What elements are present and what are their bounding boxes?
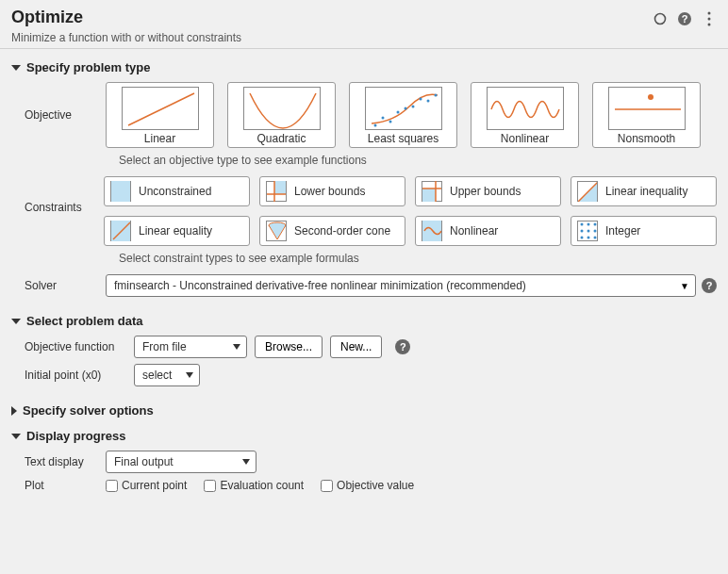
label-objective-function: Objective function xyxy=(11,340,134,353)
svg-point-44 xyxy=(587,237,590,239)
svg-point-4 xyxy=(708,18,711,21)
svg-point-17 xyxy=(426,100,429,103)
upper-bounds-icon xyxy=(422,181,442,202)
constraint-unconstrained[interactable]: Unconstrained xyxy=(104,176,250,206)
svg-point-14 xyxy=(404,107,406,110)
label-plot: Plot xyxy=(11,479,106,492)
constraints-hint: Select constraint types to see example f… xyxy=(11,252,717,265)
objective-least-squares[interactable]: Least squares xyxy=(349,82,457,148)
section-display-progress[interactable]: Display progress xyxy=(11,423,717,449)
objective-help-icon[interactable]: ? xyxy=(395,339,410,354)
checkbox-current-point[interactable]: Current point xyxy=(106,479,187,492)
svg-point-0 xyxy=(655,14,666,25)
label-initial-point: Initial point (x0) xyxy=(11,369,134,382)
chevron-right-icon xyxy=(11,406,17,416)
lower-bounds-icon xyxy=(266,181,287,202)
svg-point-13 xyxy=(396,111,399,114)
objective-nonlinear[interactable]: Nonlinear xyxy=(471,82,579,148)
nonlinear-constraint-icon xyxy=(422,221,442,241)
page-title: Optimize xyxy=(11,8,653,27)
objective-linear[interactable]: Linear xyxy=(106,82,214,148)
svg-point-15 xyxy=(411,106,414,108)
chevron-down-icon xyxy=(11,319,21,324)
svg-text:?: ? xyxy=(682,13,688,25)
constraint-linear-equality[interactable]: Linear equality xyxy=(104,216,250,246)
initial-point-dropdown[interactable]: select xyxy=(134,364,200,386)
svg-point-42 xyxy=(594,230,597,233)
linear-equality-icon xyxy=(110,221,131,241)
browse-button[interactable]: Browse... xyxy=(255,336,323,358)
chevron-down-icon xyxy=(11,65,21,71)
constraint-integer[interactable]: Integer xyxy=(571,216,717,246)
checkbox-objective-value[interactable]: Objective value xyxy=(321,479,414,492)
svg-point-43 xyxy=(581,237,584,239)
svg-point-16 xyxy=(419,98,422,101)
constraint-upper-bounds[interactable]: Upper bounds xyxy=(415,176,561,206)
label-text-display: Text display xyxy=(11,455,106,468)
svg-point-45 xyxy=(594,237,597,239)
objective-source-dropdown[interactable]: From file xyxy=(134,336,247,358)
integer-icon xyxy=(577,221,598,241)
text-display-dropdown[interactable]: Final output xyxy=(106,451,256,473)
unconstrained-icon xyxy=(110,181,131,202)
label-objective: Objective xyxy=(11,108,106,122)
svg-point-18 xyxy=(434,94,437,97)
svg-point-5 xyxy=(708,24,711,26)
section-specify-problem-type[interactable]: Specify problem type xyxy=(11,55,717,80)
constraint-second-order-cone[interactable]: Second-order cone xyxy=(259,216,405,246)
svg-point-37 xyxy=(581,223,584,226)
constraint-lower-bounds[interactable]: Lower bounds xyxy=(259,176,405,206)
section-specify-solver-options[interactable]: Specify solver options xyxy=(11,398,717,423)
solver-help-icon[interactable]: ? xyxy=(702,278,717,293)
checkbox-current-point-input[interactable] xyxy=(106,480,118,492)
checkbox-evaluation-count-input[interactable] xyxy=(204,480,216,492)
svg-rect-28 xyxy=(422,189,436,202)
svg-rect-25 xyxy=(274,181,286,194)
svg-rect-8 xyxy=(244,88,321,130)
kebab-menu-icon[interactable] xyxy=(702,11,717,26)
svg-point-40 xyxy=(581,230,584,233)
chevron-down-icon xyxy=(11,434,21,439)
section-select-problem-data[interactable]: Select problem data xyxy=(11,308,717,334)
objective-nonsmooth[interactable]: Nonsmooth xyxy=(592,82,701,148)
status-circle-icon[interactable] xyxy=(653,11,668,26)
objective-hint: Select an objective type to see example … xyxy=(11,154,717,167)
label-constraints: Constraints xyxy=(11,176,104,214)
checkbox-objective-value-input[interactable] xyxy=(321,480,333,492)
linear-inequality-icon xyxy=(577,181,598,202)
help-header-icon[interactable]: ? xyxy=(677,11,692,26)
svg-point-10 xyxy=(373,124,376,127)
svg-point-39 xyxy=(594,223,597,226)
svg-point-11 xyxy=(381,117,384,120)
objective-quadratic[interactable]: Quadratic xyxy=(227,82,336,148)
constraint-nonlinear[interactable]: Nonlinear xyxy=(415,216,561,246)
svg-point-38 xyxy=(587,223,590,226)
app-header: Optimize Minimize a function with or wit… xyxy=(0,0,728,49)
constraint-linear-inequality[interactable]: Linear inequality xyxy=(571,176,717,206)
svg-point-12 xyxy=(389,121,391,123)
svg-point-22 xyxy=(648,94,654,100)
svg-point-3 xyxy=(708,12,711,15)
solver-dropdown[interactable]: fminsearch - Unconstrained derivative-fr… xyxy=(106,274,696,297)
new-button[interactable]: New... xyxy=(330,336,382,358)
cone-icon xyxy=(266,221,287,241)
checkbox-evaluation-count[interactable]: Evaluation count xyxy=(204,479,304,492)
svg-point-41 xyxy=(587,230,590,233)
svg-rect-36 xyxy=(422,221,441,241)
page-subtitle: Minimize a function with or without cons… xyxy=(11,31,653,44)
svg-rect-24 xyxy=(111,181,130,202)
label-solver: Solver xyxy=(11,279,106,292)
